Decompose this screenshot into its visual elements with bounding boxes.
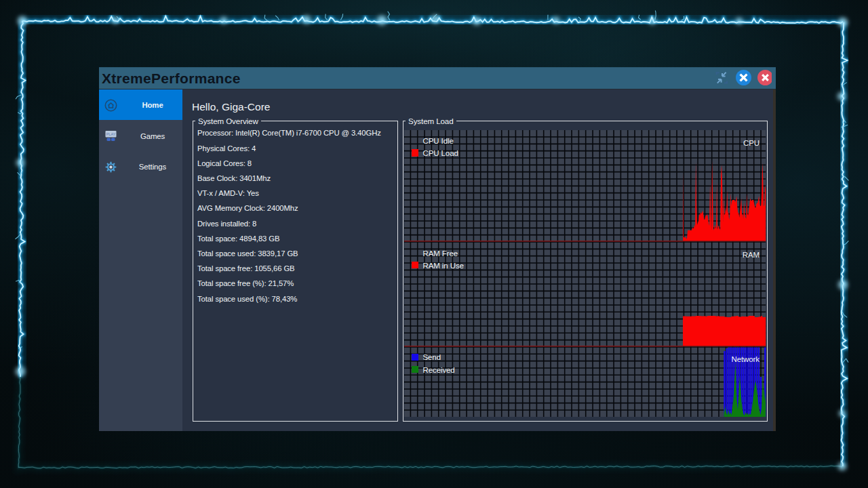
svg-text:PLAY: PLAY (106, 132, 116, 136)
